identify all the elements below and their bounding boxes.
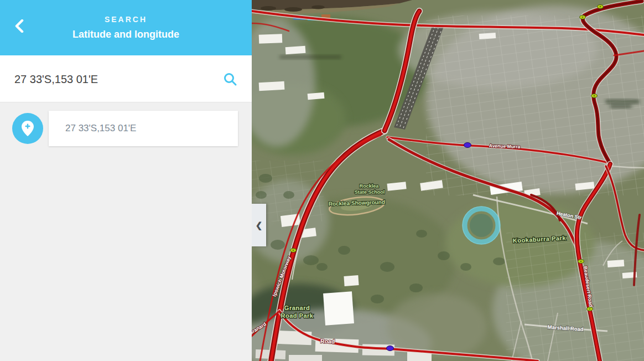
traffic-incident-marker — [578, 260, 584, 264]
road-label: Avenue Murra — [489, 143, 521, 149]
sidebar-collapse-handle[interactable]: ❮ — [252, 204, 266, 246]
school-label: State School — [355, 189, 385, 195]
map-container: Kookaburra Park Granard Road Park Rockle… — [252, 0, 644, 361]
panel-subtitle: Latitude and longitude — [0, 29, 252, 40]
search-icon[interactable] — [223, 72, 237, 86]
school-label: Rocklea — [360, 183, 380, 189]
traffic-incident-marker — [587, 307, 593, 311]
location-pin-plus-icon — [12, 113, 43, 144]
transit-marker — [464, 143, 471, 148]
traffic-incident-marker — [598, 5, 604, 9]
panel-title: SEARCH — [0, 15, 252, 24]
search-result-item[interactable]: 27 33'S,153 01'E — [49, 111, 238, 146]
add-location-pin-button[interactable] — [12, 113, 43, 144]
traffic-incident-marker — [591, 94, 598, 98]
traffic-incident-marker — [580, 16, 586, 19]
map-canvas[interactable]: Kookaburra Park Granard Road Park Rockle… — [252, 0, 644, 361]
sidebar-header: SEARCH Latitude and longitude — [0, 0, 252, 55]
search-input[interactable] — [13, 55, 209, 103]
aerial-imagery — [252, 0, 644, 361]
search-sidebar: SEARCH Latitude and longitude 27 33'S,15… — [0, 0, 252, 361]
traffic-incident-marker — [290, 249, 297, 252]
chevron-left-icon: ❮ — [256, 220, 263, 230]
park-label: Road Park — [281, 312, 314, 319]
app-window: SEARCH Latitude and longitude 27 33'S,15… — [0, 0, 644, 361]
road-label: Road — [320, 338, 335, 345]
transit-marker — [387, 346, 394, 351]
park-label: Granard — [284, 305, 310, 311]
search-result-label: 27 33'S,153 01'E — [65, 111, 238, 146]
search-bar — [0, 55, 252, 102]
search-result-row: 27 33'S,153 01'E — [0, 111, 252, 151]
